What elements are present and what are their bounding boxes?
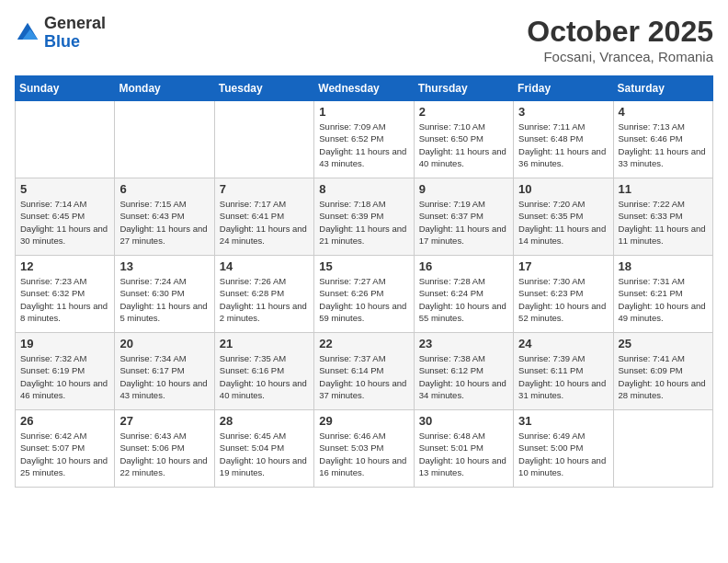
day-info: Sunrise: 7:26 AM Sunset: 6:28 PM Dayligh… [220,275,309,324]
day-number: 20 [119,337,209,350]
day-info: Sunrise: 7:20 AM Sunset: 6:35 PM Dayligh… [518,198,608,247]
day-number: 4 [619,105,708,119]
day-number: 10 [518,182,608,196]
week-row-3: 12Sunrise: 7:23 AM Sunset: 6:32 PM Dayli… [16,256,713,333]
day-info: Sunrise: 7:23 AM Sunset: 6:32 PM Dayligh… [20,275,109,324]
day-cell-5: 5Sunrise: 7:14 AM Sunset: 6:45 PM Daylig… [16,178,115,256]
empty-cell [613,410,712,488]
day-number: 19 [20,337,109,350]
day-info: Sunrise: 7:39 AM Sunset: 6:11 PM Dayligh… [518,352,608,401]
day-cell-26: 26Sunrise: 6:42 AM Sunset: 5:07 PM Dayli… [16,410,115,488]
day-info: Sunrise: 7:31 AM Sunset: 6:21 PM Dayligh… [619,275,708,324]
day-cell-11: 11Sunrise: 7:22 AM Sunset: 6:33 PM Dayli… [613,178,712,256]
day-number: 3 [518,105,608,119]
day-cell-30: 30Sunrise: 6:48 AM Sunset: 5:01 PM Dayli… [414,410,513,488]
day-cell-28: 28Sunrise: 6:45 AM Sunset: 5:04 PM Dayli… [214,410,313,488]
day-number: 16 [419,259,508,273]
day-info: Sunrise: 6:49 AM Sunset: 5:00 PM Dayligh… [518,430,608,478]
day-info: Sunrise: 7:41 AM Sunset: 6:09 PM Dayligh… [619,352,708,401]
day-info: Sunrise: 7:24 AM Sunset: 6:30 PM Dayligh… [119,275,209,324]
day-info: Sunrise: 7:11 AM Sunset: 6:48 PM Dayligh… [518,121,608,169]
day-number: 1 [319,105,408,119]
logo: General Blue [15,15,106,52]
day-number: 12 [20,259,109,273]
day-cell-10: 10Sunrise: 7:20 AM Sunset: 6:35 PM Dayli… [514,178,613,256]
weekday-thursday: Thursday [414,76,513,101]
logo-icon [15,20,40,46]
day-cell-3: 3Sunrise: 7:11 AM Sunset: 6:48 PM Daylig… [514,101,613,178]
day-number: 14 [220,259,309,273]
day-info: Sunrise: 7:30 AM Sunset: 6:23 PM Dayligh… [518,275,608,324]
week-row-2: 5Sunrise: 7:14 AM Sunset: 6:45 PM Daylig… [16,178,713,256]
day-info: Sunrise: 6:42 AM Sunset: 5:07 PM Dayligh… [20,430,109,478]
day-cell-27: 27Sunrise: 6:43 AM Sunset: 5:06 PM Dayli… [115,410,214,488]
day-cell-1: 1Sunrise: 7:09 AM Sunset: 6:52 PM Daylig… [314,101,414,178]
day-info: Sunrise: 7:10 AM Sunset: 6:50 PM Dayligh… [419,121,508,169]
weekday-saturday: Saturday [613,76,712,101]
day-cell-9: 9Sunrise: 7:19 AM Sunset: 6:37 PM Daylig… [414,178,513,256]
week-row-1: 1Sunrise: 7:09 AM Sunset: 6:52 PM Daylig… [16,101,713,178]
day-info: Sunrise: 7:38 AM Sunset: 6:12 PM Dayligh… [419,352,508,401]
day-number: 21 [220,337,309,350]
day-info: Sunrise: 7:34 AM Sunset: 6:17 PM Dayligh… [119,352,209,401]
day-info: Sunrise: 7:22 AM Sunset: 6:33 PM Dayligh… [619,198,708,247]
day-number: 29 [319,414,408,428]
day-number: 28 [220,414,309,428]
day-cell-12: 12Sunrise: 7:23 AM Sunset: 6:32 PM Dayli… [16,256,115,333]
logo-blue-text: Blue [44,33,106,52]
day-info: Sunrise: 6:46 AM Sunset: 5:03 PM Dayligh… [319,430,408,478]
day-cell-24: 24Sunrise: 7:39 AM Sunset: 6:11 PM Dayli… [514,333,613,410]
weekday-monday: Monday [115,76,214,101]
month-title: October 2025 [527,15,713,49]
day-number: 2 [419,105,508,119]
weekday-header-row: SundayMondayTuesdayWednesdayThursdayFrid… [16,76,713,101]
day-cell-25: 25Sunrise: 7:41 AM Sunset: 6:09 PM Dayli… [613,333,712,410]
day-info: Sunrise: 7:35 AM Sunset: 6:16 PM Dayligh… [220,352,309,401]
day-number: 18 [619,259,708,273]
title-area: October 2025 Focsani, Vrancea, Romania [527,15,713,64]
day-cell-15: 15Sunrise: 7:27 AM Sunset: 6:26 PM Dayli… [314,256,414,333]
day-number: 5 [20,182,109,196]
logo-text: General Blue [44,15,106,52]
day-cell-18: 18Sunrise: 7:31 AM Sunset: 6:21 PM Dayli… [613,256,712,333]
day-cell-14: 14Sunrise: 7:26 AM Sunset: 6:28 PM Dayli… [214,256,313,333]
day-cell-21: 21Sunrise: 7:35 AM Sunset: 6:16 PM Dayli… [214,333,313,410]
day-number: 31 [518,414,608,428]
day-cell-29: 29Sunrise: 6:46 AM Sunset: 5:03 PM Dayli… [314,410,414,488]
day-info: Sunrise: 7:09 AM Sunset: 6:52 PM Dayligh… [319,121,408,169]
day-cell-6: 6Sunrise: 7:15 AM Sunset: 6:43 PM Daylig… [115,178,214,256]
day-info: Sunrise: 6:45 AM Sunset: 5:04 PM Dayligh… [220,430,309,478]
weekday-friday: Friday [514,76,613,101]
day-number: 26 [20,414,109,428]
day-number: 8 [319,182,408,196]
day-number: 13 [119,259,209,273]
calendar: SundayMondayTuesdayWednesdayThursdayFrid… [15,75,713,488]
day-cell-23: 23Sunrise: 7:38 AM Sunset: 6:12 PM Dayli… [414,333,513,410]
day-number: 30 [419,414,508,428]
day-info: Sunrise: 7:18 AM Sunset: 6:39 PM Dayligh… [319,198,408,247]
day-number: 23 [419,337,508,350]
day-number: 9 [419,182,508,196]
day-cell-31: 31Sunrise: 6:49 AM Sunset: 5:00 PM Dayli… [514,410,613,488]
day-info: Sunrise: 7:32 AM Sunset: 6:19 PM Dayligh… [20,352,109,401]
day-info: Sunrise: 7:14 AM Sunset: 6:45 PM Dayligh… [20,198,109,247]
day-cell-20: 20Sunrise: 7:34 AM Sunset: 6:17 PM Dayli… [115,333,214,410]
day-number: 11 [619,182,708,196]
day-cell-7: 7Sunrise: 7:17 AM Sunset: 6:41 PM Daylig… [214,178,313,256]
day-info: Sunrise: 7:28 AM Sunset: 6:24 PM Dayligh… [419,275,508,324]
header: General Blue October 2025 Focsani, Vranc… [15,15,713,64]
empty-cell [16,101,115,178]
weekday-sunday: Sunday [16,76,115,101]
weekday-tuesday: Tuesday [214,76,313,101]
logo-general-text: General [44,15,106,33]
day-info: Sunrise: 7:17 AM Sunset: 6:41 PM Dayligh… [220,198,309,247]
week-row-5: 26Sunrise: 6:42 AM Sunset: 5:07 PM Dayli… [16,410,713,488]
day-info: Sunrise: 7:13 AM Sunset: 6:46 PM Dayligh… [619,121,708,169]
day-cell-17: 17Sunrise: 7:30 AM Sunset: 6:23 PM Dayli… [514,256,613,333]
day-info: Sunrise: 7:19 AM Sunset: 6:37 PM Dayligh… [419,198,508,247]
day-cell-2: 2Sunrise: 7:10 AM Sunset: 6:50 PM Daylig… [414,101,513,178]
empty-cell [115,101,214,178]
day-number: 25 [619,337,708,350]
day-number: 6 [119,182,209,196]
day-cell-22: 22Sunrise: 7:37 AM Sunset: 6:14 PM Dayli… [314,333,414,410]
